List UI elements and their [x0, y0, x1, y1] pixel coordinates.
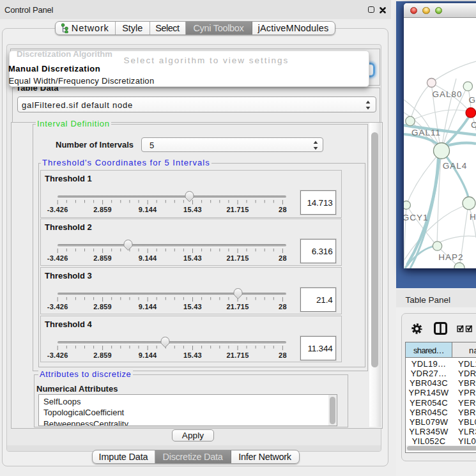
svg-text:GCY1: GCY1	[404, 213, 428, 222]
svg-text:GAL80: GAL80	[432, 89, 462, 99]
svg-text:HI: HI	[470, 212, 476, 222]
svg-text:GAL4: GAL4	[443, 161, 468, 171]
svg-text:C…: C…	[471, 120, 476, 130]
svg-text:GA: GA	[469, 95, 476, 105]
svg-text:GAL11: GAL11	[411, 128, 441, 137]
svg-text:HAP2: HAP2	[438, 252, 463, 262]
